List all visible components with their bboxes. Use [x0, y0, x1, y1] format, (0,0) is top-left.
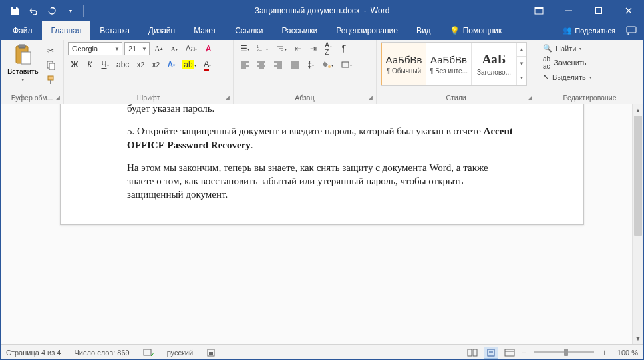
shading-icon[interactable]: ▾: [319, 58, 336, 71]
scroll-up-icon[interactable]: ▲: [517, 43, 526, 57]
line-spacing-icon[interactable]: ‡▾: [304, 58, 317, 71]
ribbon-tabs: Файл Главная Вставка Дизайн Макет Ссылки…: [1, 21, 643, 40]
strikethrough-icon[interactable]: abc: [114, 58, 132, 71]
page[interactable]: будет указан пароль. 5. Откройте защищен…: [60, 104, 584, 225]
clear-formatting-icon[interactable]: A̷: [202, 42, 215, 55]
clipboard-launcher-icon[interactable]: ◢: [53, 94, 61, 102]
zoom-slider[interactable]: [534, 351, 594, 353]
style-heading1[interactable]: АаБ Заголово...: [472, 43, 517, 85]
increase-indent-icon[interactable]: ⇥: [307, 42, 320, 55]
view-web-icon[interactable]: [502, 347, 517, 359]
change-case-icon[interactable]: Aa▾: [183, 42, 200, 55]
zoom-level[interactable]: 100 %: [611, 349, 638, 357]
maximize-icon[interactable]: [583, 1, 613, 21]
styles-launcher-icon[interactable]: ◢: [526, 94, 534, 102]
underline-icon[interactable]: Ч▾: [98, 58, 112, 71]
font-name-combo[interactable]: Georgia▼: [68, 42, 122, 55]
select-button[interactable]: ↖Выделить▾: [540, 72, 639, 82]
tell-me[interactable]: 💡 Помощник: [440, 21, 512, 40]
tab-view[interactable]: Вид: [407, 21, 440, 40]
styles-expand-icon[interactable]: ▾: [517, 71, 526, 85]
tab-home[interactable]: Главная: [42, 21, 91, 40]
justify-icon[interactable]: [287, 58, 302, 71]
menubar-right: 👥 Поделиться: [563, 21, 641, 40]
tab-design[interactable]: Дизайн: [139, 21, 184, 40]
tab-references[interactable]: Ссылки: [226, 21, 272, 40]
grow-font-icon[interactable]: A▴: [152, 42, 166, 55]
multilevel-icon[interactable]: ▾: [273, 42, 289, 55]
svg-rect-4: [627, 27, 636, 33]
tab-file[interactable]: Файл: [3, 21, 42, 40]
view-print-icon[interactable]: [484, 347, 498, 359]
view-read-icon[interactable]: [465, 347, 480, 359]
vertical-scrollbar[interactable]: ▲ ▼: [632, 104, 643, 344]
status-word-count[interactable]: Число слов: 869: [74, 349, 129, 357]
bullets-icon[interactable]: ☰▾: [238, 42, 252, 55]
text-effects-icon[interactable]: A▾: [164, 58, 178, 71]
status-spellcheck-icon[interactable]: [143, 348, 154, 357]
qat-customize-icon[interactable]: ▾: [63, 3, 78, 18]
svg-rect-37: [209, 352, 213, 355]
font-size-combo[interactable]: 21▼: [124, 42, 150, 55]
group-label-clipboard: Буфер обм...: [5, 92, 59, 104]
cut-icon[interactable]: ✂: [43, 44, 58, 57]
redo-icon[interactable]: [45, 3, 59, 18]
svg-rect-6: [19, 45, 25, 48]
superscript-icon[interactable]: x2: [149, 58, 162, 71]
shrink-font-icon[interactable]: A▾: [168, 42, 181, 55]
scroll-down-icon[interactable]: ▼: [633, 333, 643, 344]
paragraph-launcher-icon[interactable]: ◢: [366, 94, 374, 102]
copy-icon[interactable]: [43, 59, 58, 72]
save-icon[interactable]: [7, 3, 22, 18]
status-macros-icon[interactable]: [206, 348, 216, 357]
subscript-icon[interactable]: x2: [134, 58, 147, 71]
replace-button[interactable]: abacЗаменить: [540, 55, 639, 71]
borders-icon[interactable]: ▾: [338, 58, 355, 71]
scrollbar-thumb[interactable]: [634, 116, 642, 236]
group-editing: 🔍Найти▾ abacЗаменить ↖Выделить▾ Редактир…: [536, 40, 643, 104]
svg-text:2―: 2―: [257, 48, 262, 52]
show-marks-icon[interactable]: ¶: [337, 42, 351, 55]
align-left-icon[interactable]: [238, 58, 252, 71]
share-icon: 👥: [563, 26, 572, 35]
style-normal[interactable]: АаБбВв ¶ Обычный: [381, 43, 426, 85]
tab-mailings[interactable]: Рассылки: [272, 21, 327, 40]
group-font: Georgia▼ 21▼ A▴ A▾ Aa▾ A̷ Ж К Ч▾ abc x2 …: [64, 40, 234, 104]
svg-rect-10: [48, 76, 53, 80]
format-painter-icon[interactable]: [43, 73, 58, 87]
minimize-icon[interactable]: [554, 1, 583, 21]
undo-icon[interactable]: [26, 3, 41, 18]
find-button[interactable]: 🔍Найти▾: [540, 43, 639, 53]
styles-gallery[interactable]: АаБбВв ¶ Обычный АаБбВв ¶ Без инте... Аа…: [381, 42, 527, 86]
align-center-icon[interactable]: [254, 58, 269, 71]
highlight-icon[interactable]: ab▾: [180, 58, 198, 71]
svg-rect-43: [505, 349, 514, 356]
paste-button[interactable]: Вставить ▼: [5, 42, 41, 84]
font-color-icon[interactable]: A▾: [201, 58, 214, 71]
group-clipboard: Вставить ▼ ✂ Буфер обм... ◢: [1, 40, 64, 104]
ribbon-display-icon[interactable]: [524, 1, 554, 21]
zoom-out-icon[interactable]: −: [521, 347, 526, 358]
scroll-down-icon[interactable]: ▼: [517, 57, 526, 71]
comments-icon[interactable]: [622, 26, 641, 35]
bold-icon[interactable]: Ж: [68, 58, 81, 71]
share-button[interactable]: 👥 Поделиться: [563, 26, 615, 35]
tab-layout[interactable]: Макет: [184, 21, 226, 40]
group-styles: АаБбВв ¶ Обычный АаБбВв ¶ Без инте... Аа…: [377, 40, 536, 104]
status-language[interactable]: русский: [167, 349, 193, 357]
decrease-indent-icon[interactable]: ⇤: [291, 42, 305, 55]
align-right-icon[interactable]: [271, 58, 285, 71]
tab-insert[interactable]: Вставка: [90, 21, 139, 40]
italic-icon[interactable]: К: [83, 58, 96, 71]
styles-scroll[interactable]: ▲ ▼ ▾: [517, 43, 526, 85]
font-launcher-icon[interactable]: ◢: [223, 94, 231, 102]
status-page[interactable]: Страница 4 из 4: [6, 349, 61, 357]
tab-review[interactable]: Рецензирование: [327, 21, 407, 40]
numbering-icon[interactable]: 1―2―▾: [254, 42, 271, 55]
style-no-spacing[interactable]: АаБбВв ¶ Без инте...: [426, 43, 472, 85]
sort-icon[interactable]: A↓Z: [322, 42, 335, 55]
close-icon[interactable]: [613, 1, 643, 21]
group-label-font: Шрифт: [68, 92, 229, 104]
scroll-up-icon[interactable]: ▲: [633, 104, 643, 116]
zoom-in-icon[interactable]: +: [602, 347, 607, 358]
